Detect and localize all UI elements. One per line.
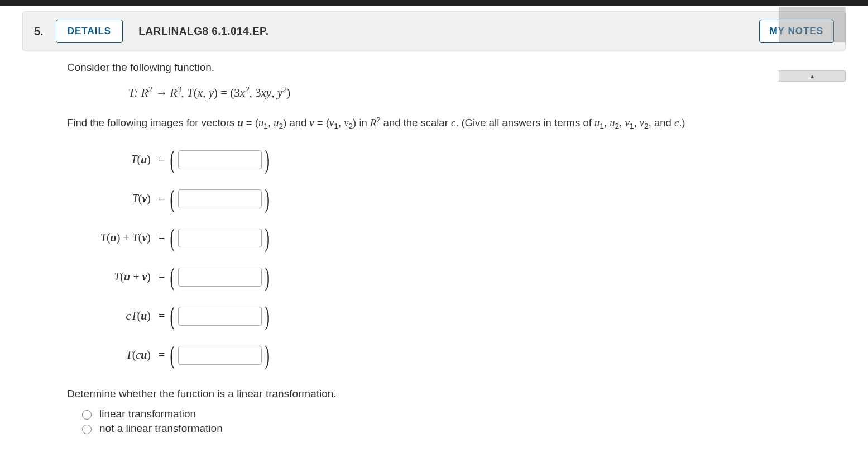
vertical-scrollbar-thumb[interactable] xyxy=(779,7,846,42)
paren-open-icon: ( xyxy=(170,264,175,290)
equation-block: T(u)=()T(v)=()T(u) + T(v)=()T(u + v)=()c… xyxy=(71,145,846,370)
function-definition: T: R2 → R3, T(x, y) = (3x2, 3xy, y2) xyxy=(128,85,846,100)
equals-sign: = xyxy=(155,192,168,205)
details-button[interactable]: DETAILS xyxy=(56,20,123,43)
problem-id: LARLINALG8 6.1.014.EP. xyxy=(138,25,268,37)
answer-input-0[interactable] xyxy=(178,150,262,169)
paren-open-icon: ( xyxy=(170,225,175,251)
question-header: 5. DETAILS LARLINALG8 6.1.014.EP. MY NOT… xyxy=(22,11,846,51)
radio-option-linear[interactable]: linear transformation xyxy=(79,408,846,420)
radio-label: linear transformation xyxy=(99,408,196,420)
paren-close-icon: ) xyxy=(265,342,269,368)
equation-label: T(u) xyxy=(71,153,155,166)
paren-close-icon: ) xyxy=(265,303,269,329)
equation-label: T(v) xyxy=(71,192,155,205)
radio-option-not-linear[interactable]: not a linear transformation xyxy=(79,422,846,435)
paren-close-icon: ) xyxy=(265,186,269,212)
paren-close-icon: ) xyxy=(265,225,269,251)
paren-open-icon: ( xyxy=(170,342,175,368)
paren-close-icon: ) xyxy=(265,147,269,173)
equation-row: T(u) + T(v)=() xyxy=(71,223,846,253)
equation-label: T(u + v) xyxy=(71,270,155,283)
paren-open-icon: ( xyxy=(170,147,175,173)
answer-input-3[interactable] xyxy=(178,268,262,287)
equals-sign: = xyxy=(155,310,168,322)
instruction-text: Find the following images for vectors u … xyxy=(67,116,846,131)
equation-row: T(cu)=() xyxy=(71,341,846,370)
equals-sign: = xyxy=(155,153,168,166)
radio-linear[interactable] xyxy=(82,410,92,420)
answer-input-2[interactable] xyxy=(178,229,262,247)
equation-label: T(cu) xyxy=(71,349,155,361)
radio-not-linear[interactable] xyxy=(82,425,92,434)
equation-row: T(v)=() xyxy=(71,184,846,213)
question-body: Consider the following function. T: R2 →… xyxy=(67,61,846,435)
equals-sign: = xyxy=(155,349,168,361)
radio-label: not a linear transformation xyxy=(99,422,223,435)
equation-label: cT(u) xyxy=(71,310,155,322)
determine-prompt: Determine whether the function is a line… xyxy=(67,388,846,400)
equals-sign: = xyxy=(155,270,168,283)
answer-input-4[interactable] xyxy=(178,307,262,326)
paren-open-icon: ( xyxy=(170,303,175,329)
prompt-text: Consider the following function. xyxy=(67,61,846,74)
equation-row: T(u + v)=() xyxy=(71,263,846,292)
paren-close-icon: ) xyxy=(265,264,269,290)
equation-label: T(u) + T(v) xyxy=(71,231,155,244)
equation-row: cT(u)=() xyxy=(71,302,846,331)
window-top-strip xyxy=(0,0,868,7)
question-number: 5. xyxy=(34,25,44,38)
equation-row: T(u)=() xyxy=(71,145,846,174)
answer-input-5[interactable] xyxy=(178,346,262,365)
equals-sign: = xyxy=(155,231,168,244)
answer-input-1[interactable] xyxy=(178,189,262,208)
paren-open-icon: ( xyxy=(170,186,175,212)
scrollbar-up-arrow[interactable]: ▲ xyxy=(779,70,846,82)
